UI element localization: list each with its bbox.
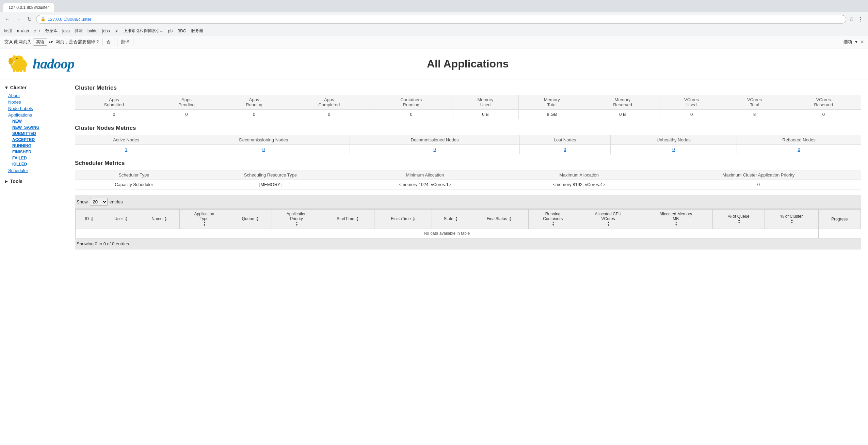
val-memory-total: 8 GB	[519, 110, 585, 119]
bookmark-apps[interactable]: 应用	[3, 27, 14, 34]
th-name[interactable]: Name ▲▼	[139, 210, 179, 229]
sidebar-about-link[interactable]: About	[8, 92, 68, 99]
sidebar-cluster-toggle[interactable]: ▼ Cluster	[0, 83, 68, 92]
col-memory-total: MemoryTotal	[519, 95, 585, 110]
bookmark-algo[interactable]: 算法	[73, 27, 84, 34]
sidebar-links: About Nodes Node Labels Applications NEW…	[0, 92, 68, 174]
th-pct-cluster[interactable]: % of Cluster ▲▼	[765, 210, 818, 229]
bookmark-db[interactable]: 数据库	[44, 27, 59, 34]
sort-cpu: ▲▼	[607, 221, 610, 227]
th-starttime[interactable]: StartTime ▲▼	[321, 210, 374, 229]
col-memory-reserved: MemoryReserved	[585, 95, 660, 110]
sidebar-newsaving-link[interactable]: NEW_SAVING	[12, 124, 68, 131]
col-decommissioning: Decommissioning Nodes	[177, 135, 350, 145]
sidebar-tools-toggle[interactable]: ► Tools	[0, 177, 68, 186]
sort-running-containers: ▲▼	[552, 221, 554, 227]
col-lost-nodes: Lost Nodes	[519, 135, 610, 145]
bookmark-baidu[interactable]: baidu	[86, 28, 99, 34]
th-app-priority[interactable]: Application Priority ▲▼	[272, 210, 321, 229]
bookmark-lxl[interactable]: lxl	[113, 28, 119, 34]
th-running-containers[interactable]: Running Containers ▲▼	[529, 210, 577, 229]
sidebar-running-link[interactable]: RUNNING	[12, 143, 68, 149]
th-finalstatus[interactable]: FinalStatus ▲▼	[470, 210, 528, 229]
col-apps-submitted: AppsSubmitted	[75, 95, 153, 110]
sort-app-type: ▲▼	[203, 221, 206, 227]
sidebar-accepted-link[interactable]: ACCEPTED	[12, 137, 68, 143]
val-apps-running: 0	[220, 110, 288, 119]
translate-close-button[interactable]: ×	[860, 39, 864, 46]
bookmark-star[interactable]: ☆	[849, 16, 854, 22]
cluster-metrics-title: Cluster Metrics	[75, 85, 861, 91]
reload-button[interactable]: ↻	[25, 15, 33, 23]
tab-bar: 127.0.0.1:8088/cluster	[0, 0, 868, 12]
url-box[interactable]: 🔒 127.0.0.1:8088/cluster	[36, 15, 846, 24]
sidebar-failed-link[interactable]: FAILED	[12, 155, 68, 161]
col-vcores-total: VCoresTotal	[723, 95, 786, 110]
sidebar-killed-link[interactable]: KILLED	[12, 161, 68, 167]
active-tab[interactable]: 127.0.0.1:8088/cluster	[3, 3, 55, 12]
th-state[interactable]: State ▲▼	[432, 210, 470, 229]
th-finishtime[interactable]: FinishTime ▲▼	[374, 210, 432, 229]
col-min-allocation: Minimum Allocation	[348, 170, 502, 180]
bookmark-server[interactable]: 服务器	[190, 27, 205, 34]
sidebar-applications-link[interactable]: Applications	[8, 112, 68, 118]
entries-select[interactable]: 20 50 100	[90, 198, 108, 206]
th-progress[interactable]: Progress	[818, 210, 861, 229]
bookmark-mlab[interactable]: m∧lab	[16, 28, 30, 34]
svg-point-8	[16, 58, 17, 59]
th-pct-queue[interactable]: % of Queue ▲▼	[712, 210, 765, 229]
val-lost-nodes[interactable]: 0	[519, 145, 610, 154]
translate-no-button[interactable]: 否	[102, 38, 114, 46]
forward-button[interactable]: →	[14, 15, 22, 23]
menu-button[interactable]: ⋮	[856, 15, 865, 23]
col-scheduling-resource: Scheduling Resource Type	[193, 170, 348, 180]
sidebar-nodes-link[interactable]: Nodes	[8, 99, 68, 105]
th-allocated-mem[interactable]: Allocated Memory MB ▲▼	[639, 210, 712, 229]
th-allocated-cpu[interactable]: Allocated CPU VCores ▲▼	[577, 210, 639, 229]
bookmark-index[interactable]: 正排索引和倒排索引...	[122, 27, 165, 34]
val-vcores-total: 8	[723, 110, 786, 119]
cluster-arrow-icon: ▼	[4, 85, 9, 90]
sidebar-submitted-link[interactable]: SUBMITTED	[12, 131, 68, 137]
page-title: All Applications	[74, 58, 861, 70]
sidebar-nodelabels-link[interactable]: Node Labels	[8, 105, 68, 112]
th-user[interactable]: User ▲▼	[103, 210, 139, 229]
bookmark-pb[interactable]: pb	[167, 28, 174, 34]
sidebar-finished-link[interactable]: FINISHED	[12, 149, 68, 155]
translate-options-label: 选项	[843, 39, 852, 45]
val-active-nodes[interactable]: 1	[75, 145, 177, 154]
bookmark-cpp[interactable]: c++	[32, 28, 42, 34]
back-button[interactable]: ←	[3, 15, 12, 23]
sidebar-new-link[interactable]: NEW	[12, 118, 68, 124]
val-decommissioned[interactable]: 0	[350, 145, 519, 154]
svg-rect-4	[20, 68, 22, 72]
bookmark-bdg[interactable]: BDG	[176, 28, 188, 34]
val-rebooted-nodes[interactable]: 0	[737, 145, 861, 154]
sidebar-scheduler-link[interactable]: Scheduler	[8, 167, 68, 174]
browser-chrome: 127.0.0.1:8088/cluster ← → ↻ 🔒 127.0.0.1…	[0, 0, 868, 48]
val-decommissioning[interactable]: 0	[177, 145, 350, 154]
sidebar-sublinks: NEW NEW_SAVING SUBMITTED ACCEPTED RUNNIN…	[8, 118, 68, 167]
translate-prompt: 网页，是否需要翻译？	[55, 39, 100, 45]
translate-yes-button[interactable]: 翻译	[117, 38, 133, 46]
th-id[interactable]: ID ▲▼	[76, 210, 103, 229]
col-decommissioned: Decommissioned Nodes	[350, 135, 519, 145]
sort-priority: ▲▼	[295, 221, 298, 227]
bookmark-java[interactable]: java	[61, 28, 71, 34]
val-unhealthy-nodes[interactable]: 0	[610, 145, 737, 154]
scheduler-metrics-title: Scheduler Metrics	[75, 160, 861, 167]
secure-icon: 🔒	[41, 17, 46, 21]
page-content: hadoop All Applications ▼ Cluster About …	[0, 48, 868, 255]
bookmark-jobs[interactable]: jobs	[101, 28, 111, 34]
sidebar-cluster-section: ▼ Cluster About Nodes Node Labels Applic…	[0, 83, 68, 174]
sort-pct-cluster: ▲▼	[791, 219, 793, 224]
sidebar-tools-label: Tools	[10, 179, 22, 184]
hadoop-logo: hadoop	[7, 53, 74, 74]
sidebar-tools-section: ► Tools	[0, 177, 68, 186]
lang-selector[interactable]: 英语	[33, 39, 47, 46]
applications-table: ID ▲▼ User ▲▼ Name ▲▼	[75, 209, 861, 238]
th-queue[interactable]: Queue ▲▼	[229, 210, 272, 229]
th-app-type[interactable]: Application Type ▲▼	[179, 210, 229, 229]
col-active-nodes: Active Nodes	[75, 135, 177, 145]
sort-state: ▲▼	[455, 216, 458, 222]
